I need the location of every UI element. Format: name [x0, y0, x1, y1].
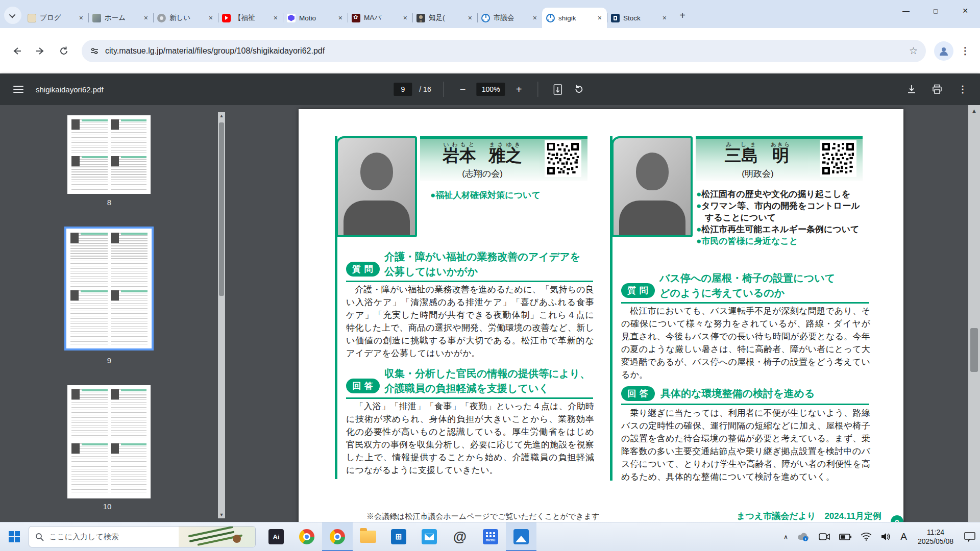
close-icon[interactable]: × — [467, 14, 473, 22]
app-mail[interactable] — [414, 522, 445, 551]
member-party: (志翔の会) — [420, 168, 545, 180]
clock-time: 11:24 — [918, 528, 953, 537]
address-bar[interactable]: city.matsue.lg.jp/material/files/group/1… — [82, 40, 926, 62]
question-body-mishima: 松江市においても、バス運転手不足が深刻な問題であり、その確保について様々な努力を… — [621, 305, 870, 381]
app-file-explorer[interactable] — [353, 522, 383, 551]
wifi-icon[interactable] — [856, 522, 876, 551]
tab-title: ホーム — [105, 13, 139, 22]
forward-button[interactable] — [31, 41, 50, 61]
volume-icon[interactable] — [876, 522, 896, 551]
page-thumbnail-9-selected[interactable] — [64, 227, 154, 350]
matsue-favicon — [481, 14, 490, 22]
app-chrome[interactable] — [291, 522, 322, 551]
onedrive-cloud-icon[interactable]: i — [793, 522, 814, 551]
app-chrome-active[interactable] — [322, 522, 353, 551]
thumbnail-label: 8 — [94, 198, 125, 207]
reload-button[interactable] — [54, 41, 74, 61]
tab-home[interactable]: ホーム× — [88, 8, 153, 28]
app-store[interactable]: ⊞ — [383, 522, 414, 551]
search-highlight-image[interactable] — [179, 527, 255, 547]
taskbar-search-box[interactable]: ここに入力して検索 — [29, 526, 256, 547]
app-outlook[interactable]: @ — [445, 522, 475, 551]
member-photo-mishima — [611, 136, 693, 237]
tab-newtab[interactable]: 新しい× — [153, 8, 218, 28]
notification-center-button[interactable] — [960, 522, 980, 551]
tab-shigikaidayori-active[interactable]: shigik× — [542, 8, 607, 28]
rotate-button[interactable] — [572, 82, 586, 96]
page-number-input[interactable] — [394, 83, 412, 96]
app-ai[interactable]: Ai — [261, 522, 291, 551]
ime-indicator[interactable]: A — [896, 522, 912, 551]
sidebar-scroll-thumb[interactable] — [219, 122, 224, 296]
close-window-button[interactable]: ✕ — [950, 0, 980, 21]
system-tray: ∧ i A 11:24 2025/05/08 — [779, 522, 980, 551]
main-scrollbar[interactable]: ▲ — [968, 105, 980, 522]
minimize-button[interactable]: — — [891, 0, 921, 21]
tab-motion[interactable]: Motio× — [283, 8, 348, 28]
folder-icon — [360, 531, 376, 543]
close-icon[interactable]: × — [597, 14, 603, 22]
ma-favicon — [352, 14, 360, 22]
tab-shigikai[interactable]: 市議会× — [477, 8, 542, 28]
tab-title: shigik — [558, 14, 593, 22]
start-button[interactable] — [0, 522, 29, 551]
divider — [538, 82, 538, 97]
thumbnail-label: 10 — [92, 502, 122, 511]
close-icon[interactable]: × — [208, 14, 214, 22]
scroll-down-icon[interactable]: ▼ — [218, 511, 225, 518]
pdf-more-button[interactable]: ⋮ — [955, 82, 970, 96]
scroll-up-icon[interactable]: ▲ — [968, 107, 980, 114]
new-tab-button[interactable]: + — [675, 8, 690, 23]
download-button[interactable] — [904, 82, 919, 96]
close-icon[interactable]: × — [662, 14, 668, 22]
app-photos[interactable] — [506, 522, 536, 551]
camera-icon[interactable] — [814, 522, 835, 551]
question-badge: 質 問 — [621, 283, 655, 298]
close-icon[interactable]: × — [402, 14, 408, 22]
browser-menu-button[interactable]: ⋮ — [958, 41, 973, 61]
home-favicon — [92, 14, 101, 22]
tab-title: 新しい — [169, 13, 204, 22]
main-scroll-thumb[interactable] — [970, 328, 978, 372]
page-thumbnail-10[interactable] — [67, 385, 151, 498]
print-button[interactable] — [930, 82, 944, 96]
close-icon[interactable]: × — [273, 14, 279, 22]
battery-icon[interactable] — [835, 522, 856, 551]
profile-avatar[interactable] — [934, 41, 953, 61]
answer-badge: 回 答 — [621, 386, 655, 401]
maximize-button[interactable]: ▢ — [921, 0, 950, 21]
close-icon[interactable]: × — [143, 14, 149, 22]
close-icon[interactable]: × — [532, 14, 538, 22]
zoom-in-button[interactable]: + — [512, 84, 526, 95]
page-thumbnail-8[interactable] — [67, 115, 151, 194]
tab-blog[interactable]: ブログ× — [23, 8, 88, 28]
answer-body-iwamoto: 「入浴」「排泄」「食事」「夜勤」といった４点は、介助時に技術が求められ、身体的負… — [346, 400, 594, 477]
menu-grid-icon: menu — [483, 529, 498, 544]
page-footer-title: まつえ市議会だより 2024.11月定例会 9 — [737, 510, 903, 522]
pdf-menu-button[interactable] — [13, 86, 23, 93]
tab-youtube[interactable]: 【福祉× — [218, 8, 283, 28]
window-controls: — ▢ ✕ — [891, 0, 980, 21]
pdf-viewport: 8 9 10 ▲ ▼ 岩本いわもと雅之まさゆき (志翔の会) — [0, 105, 980, 522]
fit-page-icon — [553, 84, 562, 95]
tab-chisoku[interactable]: 知足(× — [412, 8, 477, 28]
tab-title: 知足( — [429, 13, 463, 22]
person-icon — [938, 45, 949, 57]
fit-page-button[interactable] — [551, 82, 565, 96]
tab-stock[interactable]: Stock× — [607, 8, 672, 28]
sidebar-scrollbar[interactable]: ▲ ▼ — [218, 112, 225, 518]
member-topics-iwamoto: ●福祉人材確保対策について — [430, 189, 594, 201]
close-icon[interactable]: × — [337, 14, 344, 22]
tab-ma[interactable]: MAパ× — [348, 8, 412, 28]
store-icon: ⊞ — [391, 529, 406, 544]
scroll-up-icon[interactable]: ▲ — [218, 112, 225, 119]
bookmark-star-icon[interactable]: ☆ — [909, 45, 918, 57]
taskbar-clock[interactable]: 11:24 2025/05/08 — [912, 528, 960, 546]
back-button[interactable] — [7, 41, 27, 61]
zoom-out-button[interactable]: − — [456, 84, 470, 95]
tray-expand-button[interactable]: ∧ — [779, 522, 793, 551]
app-menu-grid[interactable]: menu — [475, 522, 506, 551]
tab-search-button[interactable] — [4, 7, 21, 24]
back-arrow-icon — [12, 46, 22, 56]
close-icon[interactable]: × — [78, 14, 84, 22]
